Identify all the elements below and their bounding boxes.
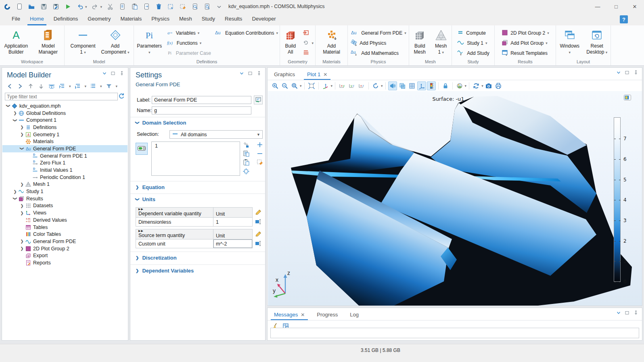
- menu-tab-mesh[interactable]: Mesh: [174, 13, 197, 25]
- update-plot-button[interactable]: [472, 81, 481, 90]
- ribbon-button-add[interactable]: AddComponent ▾: [100, 28, 131, 56]
- move-up-button[interactable]: [27, 83, 34, 90]
- close-button[interactable]: ✕: [625, 0, 644, 13]
- cut-icon[interactable]: [106, 3, 114, 11]
- tree-node-results[interactable]: ❯Results: [2, 195, 128, 202]
- ribbon-button-application[interactable]: AApplicationBuilder: [0, 28, 32, 55]
- tree-node-geometry-1[interactable]: ❯AGeometry 1: [2, 131, 128, 138]
- tree-node-materials[interactable]: Materials: [2, 138, 128, 145]
- ribbon-button-windows[interactable]: Windows ▾: [556, 28, 583, 56]
- menu-tab-materials[interactable]: Materials: [115, 13, 146, 25]
- tree-node-color-tables[interactable]: Color Tables: [2, 231, 128, 238]
- ribbon-button-component[interactable]: Component1 ▾: [67, 28, 99, 56]
- zoom-out-button[interactable]: [280, 81, 289, 90]
- tree-node-definitions[interactable]: ❯Definitions: [2, 124, 128, 131]
- expand-branch-button[interactable]: [74, 83, 82, 90]
- panel-menu-icon[interactable]: [616, 310, 621, 315]
- ribbon-button-result-templates[interactable]: Result Templates: [501, 49, 549, 58]
- create-selection-button[interactable]: [243, 141, 250, 149]
- customize-toolbar-icon[interactable]: [215, 3, 223, 11]
- chevron-down-icon[interactable]: ▾: [381, 84, 383, 88]
- panel-menu-icon[interactable]: [102, 71, 107, 76]
- ribbon-button-variables[interactable]: a=Variables▾: [167, 29, 211, 37]
- ribbon-button-general-form-pde[interactable]: ΔuGeneral Form PDE▾: [350, 29, 406, 37]
- ribbon-button-mesh[interactable]: Mesh1 ▾: [431, 28, 452, 56]
- paste-icon[interactable]: [130, 3, 138, 11]
- image-snapshot-button[interactable]: [484, 81, 493, 90]
- lock-view-button[interactable]: [441, 81, 450, 90]
- tree-node-reports[interactable]: Reports: [2, 259, 128, 266]
- change-unit-button[interactable]: [255, 240, 262, 248]
- ribbon-button-partition[interactable]: [302, 49, 314, 58]
- messages-tab-progress[interactable]: Progress: [316, 309, 339, 320]
- expand-arrow[interactable]: ❯: [19, 204, 25, 208]
- menu-tab-definitions[interactable]: Definitions: [49, 13, 83, 25]
- rotate-button[interactable]: [371, 81, 380, 90]
- transparency-button[interactable]: [398, 81, 407, 90]
- ribbon-button-study-1[interactable]: Study 1▾: [457, 39, 489, 48]
- unit-edit-cell[interactable]: m^-2: [213, 239, 252, 248]
- graphics-tab-plot-1[interactable]: Plot 1✕: [306, 69, 328, 80]
- edit-quantity-button[interactable]: [255, 231, 262, 238]
- menu-tab-results[interactable]: Results: [220, 13, 247, 25]
- expand-arrow[interactable]: ❯: [19, 211, 25, 215]
- print-button[interactable]: [494, 81, 503, 90]
- menu-tab-developer[interactable]: Developer: [247, 13, 280, 25]
- messages-output[interactable]: [270, 328, 639, 338]
- ribbon-button-functions[interactable]: f(x)Functions▾: [167, 39, 211, 48]
- tree-node-datasets[interactable]: ❯Datasets: [2, 202, 128, 210]
- graphics-tab-graphics[interactable]: Graphics: [273, 69, 296, 80]
- pin-panel-icon[interactable]: [256, 71, 261, 76]
- color-legend-button[interactable]: [427, 81, 436, 90]
- tree-node-2d-plot-group-2[interactable]: ❯2D Plot Group 2: [2, 245, 128, 252]
- edit-quantity-button[interactable]: [255, 209, 262, 216]
- view-xz-button[interactable]: xz: [357, 81, 366, 90]
- tree-node-global-definitions[interactable]: ❯Global Definitions: [2, 110, 128, 117]
- ribbon-button-add-mathematics[interactable]: ΔuAdd Mathematics: [350, 49, 406, 58]
- show-button[interactable]: [48, 83, 55, 90]
- help-button[interactable]: ?: [620, 15, 628, 23]
- float-panel-icon[interactable]: [248, 71, 253, 76]
- tree-node-initial-values-1[interactable]: DInitial Values 1: [2, 166, 128, 174]
- change-unit-button[interactable]: [255, 218, 262, 226]
- minimize-button[interactable]: —: [588, 0, 607, 13]
- label-field[interactable]: [152, 96, 251, 104]
- copy-selection-button[interactable]: [243, 150, 250, 158]
- view-xy-button[interactable]: xy: [338, 81, 347, 90]
- messages-tab-messages[interactable]: Messages✕: [273, 309, 305, 320]
- section-equation[interactable]: ❯ Equation: [136, 184, 165, 190]
- float-panel-icon[interactable]: [625, 70, 629, 75]
- find-icon[interactable]: [191, 3, 199, 11]
- float-panel-icon[interactable]: [111, 71, 115, 76]
- ribbon-button-compute[interactable]: Compute: [457, 29, 489, 37]
- expand-arrow[interactable]: ❯: [13, 189, 18, 194]
- tree-filter-input[interactable]: [5, 93, 118, 100]
- refresh-icon[interactable]: [118, 92, 125, 101]
- close-tab-icon[interactable]: ✕: [323, 72, 327, 77]
- maximize-button[interactable]: □: [607, 0, 625, 13]
- section-discretization[interactable]: ❯ Discretization: [136, 255, 177, 261]
- name-field[interactable]: [152, 106, 251, 114]
- chevron-down-icon[interactable]: ▾: [465, 84, 467, 88]
- ribbon-button-add[interactable]: AddMaterial: [316, 28, 347, 55]
- section-domain-selection[interactable]: ❯ Domain Selection: [136, 120, 186, 126]
- panel-menu-icon[interactable]: [239, 71, 244, 76]
- expand-arrow[interactable]: ❯: [20, 146, 24, 151]
- paste-selection-button[interactable]: [243, 159, 250, 166]
- menu-tab-physics[interactable]: Physics: [146, 13, 174, 25]
- run-icon[interactable]: [64, 3, 72, 11]
- clear-selection-button[interactable]: [256, 159, 263, 166]
- nav-back-button[interactable]: [6, 83, 13, 90]
- panel-menu-icon[interactable]: [616, 70, 621, 75]
- redo-dropdown[interactable]: ▾: [100, 5, 102, 9]
- source-term-quantity-table[interactable]: ▶▶Source term quantity Unit Custom unit …: [136, 229, 253, 248]
- ribbon-button-add-study[interactable]: Add Study: [457, 49, 489, 58]
- pin-panel-icon[interactable]: [119, 71, 124, 76]
- ribbon-button-build[interactable]: BuildAll: [280, 28, 300, 55]
- copy-icon[interactable]: [118, 3, 126, 11]
- move-down-button[interactable]: [38, 83, 45, 90]
- view-yz-button[interactable]: yz: [347, 81, 356, 90]
- float-panel-icon[interactable]: [625, 310, 629, 315]
- new-file-icon[interactable]: [15, 3, 23, 11]
- domain-selection-list[interactable]: 1: [151, 141, 240, 176]
